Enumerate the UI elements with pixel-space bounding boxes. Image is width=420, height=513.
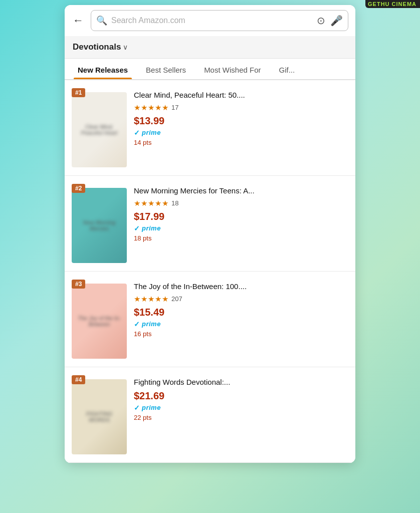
stars-row-3: ★★★★★ 207 bbox=[134, 295, 348, 304]
pts-1: 14 pts bbox=[134, 139, 348, 146]
price-3: $15.49 bbox=[134, 307, 348, 318]
product-item-1[interactable]: #1 Clear Mind, Peaceful Heart Clear Mind… bbox=[65, 80, 355, 176]
book-title-3: The Joy of the In-Between: 100.... bbox=[134, 282, 348, 292]
review-count-1: 17 bbox=[171, 104, 178, 111]
mic-icon[interactable]: 🎤 bbox=[330, 15, 343, 27]
book-cover-2: New Morning Mercies bbox=[72, 188, 127, 263]
book-title-2: New Morning Mercies for Teens: A... bbox=[134, 186, 348, 196]
search-icons-right: ⊙ 🎤 bbox=[317, 15, 343, 27]
product-list: #1 Clear Mind, Peaceful Heart Clear Mind… bbox=[65, 80, 355, 463]
book-title-4: Fighting Words Devotional:... bbox=[134, 377, 348, 387]
prime-check-3: ✓ bbox=[134, 320, 140, 328]
rank-badge-2: #2 bbox=[72, 184, 85, 193]
rank-badge-1: #1 bbox=[72, 88, 85, 97]
tab-new-releases[interactable]: New Releases bbox=[69, 59, 137, 79]
prime-label-2: prime bbox=[142, 224, 161, 232]
product-item-3[interactable]: #3 The Joy of the In-Between The Joy of … bbox=[65, 272, 355, 367]
pts-4: 22 pts bbox=[134, 414, 348, 421]
prime-row-2: ✓ prime bbox=[134, 224, 348, 232]
book-cover-img-4: FIGHTING WORDS bbox=[72, 379, 127, 454]
book-title-1: Clear Mind, Peaceful Heart: 50.... bbox=[134, 90, 348, 100]
stars-3: ★★★★★ bbox=[134, 295, 169, 304]
rank-badge-4: #4 bbox=[72, 375, 85, 384]
prime-check-1: ✓ bbox=[134, 129, 140, 137]
stars-row-1: ★★★★★ 17 bbox=[134, 103, 348, 112]
stars-2: ★★★★★ bbox=[134, 199, 169, 208]
back-button[interactable]: ← bbox=[70, 13, 87, 28]
prime-label-4: prime bbox=[142, 404, 161, 411]
book-info-2: New Morning Mercies for Teens: A... ★★★★… bbox=[134, 184, 348, 242]
book-info-3: The Joy of the In-Between: 100.... ★★★★★… bbox=[134, 280, 348, 338]
stars-1: ★★★★★ bbox=[134, 103, 169, 112]
search-bar-row: ← 🔍 Search Amazon.com ⊙ 🎤 bbox=[65, 5, 355, 36]
tab-best-sellers[interactable]: Best Sellers bbox=[137, 59, 195, 79]
book-info-4: Fighting Words Devotional:... $21.69 ✓ p… bbox=[134, 375, 348, 421]
book-info-1: Clear Mind, Peaceful Heart: 50.... ★★★★★… bbox=[134, 88, 348, 146]
tab-gifts[interactable]: Gif... bbox=[270, 59, 304, 79]
stars-row-2: ★★★★★ 18 bbox=[134, 199, 348, 208]
prime-check-4: ✓ bbox=[134, 404, 140, 412]
phone-frame: GETHU CINEMA ← 🔍 Search Amazon.com ⊙ 🎤 D… bbox=[65, 5, 355, 463]
review-count-2: 18 bbox=[171, 199, 178, 207]
prime-label-3: prime bbox=[142, 320, 161, 328]
rank-badge-3: #3 bbox=[72, 280, 85, 289]
price-1: $13.99 bbox=[134, 115, 348, 127]
product-item-4[interactable]: #4 FIGHTING WORDS Fighting Words Devotio… bbox=[65, 367, 355, 463]
book-cover-img-3: The Joy of the In-Between bbox=[72, 284, 127, 359]
category-row[interactable]: Devotionals ∨ bbox=[65, 36, 355, 59]
review-count-3: 207 bbox=[171, 295, 182, 303]
book-cover-img-2: New Morning Mercies bbox=[72, 188, 127, 263]
prime-label-1: prime bbox=[142, 129, 161, 136]
pts-2: 18 pts bbox=[134, 234, 348, 242]
tabs-row: New Releases Best Sellers Most Wished Fo… bbox=[65, 59, 355, 80]
search-box[interactable]: 🔍 Search Amazon.com ⊙ 🎤 bbox=[91, 10, 348, 31]
book-cover-1: Clear Mind, Peaceful Heart bbox=[72, 92, 127, 167]
category-label: Devotionals bbox=[73, 42, 121, 52]
book-cover-4: FIGHTING WORDS bbox=[72, 379, 127, 454]
book-cover-3: The Joy of the In-Between bbox=[72, 284, 127, 359]
chevron-down-icon: ∨ bbox=[123, 43, 128, 51]
search-icon: 🔍 bbox=[96, 15, 107, 26]
prime-check-2: ✓ bbox=[134, 224, 140, 232]
book-cover-img-1: Clear Mind, Peaceful Heart bbox=[72, 92, 127, 167]
pts-3: 16 pts bbox=[134, 330, 348, 338]
tab-most-wished-for[interactable]: Most Wished For bbox=[195, 59, 270, 79]
prime-row-3: ✓ prime bbox=[134, 320, 348, 328]
price-4: $21.69 bbox=[134, 390, 348, 402]
product-item-2[interactable]: #2 New Morning Mercies New Morning Merci… bbox=[65, 176, 355, 272]
search-placeholder: Search Amazon.com bbox=[111, 16, 313, 25]
prime-row-1: ✓ prime bbox=[134, 129, 348, 137]
camera-icon[interactable]: ⊙ bbox=[317, 15, 325, 27]
prime-row-4: ✓ prime bbox=[134, 404, 348, 412]
price-2: $17.99 bbox=[134, 211, 348, 222]
